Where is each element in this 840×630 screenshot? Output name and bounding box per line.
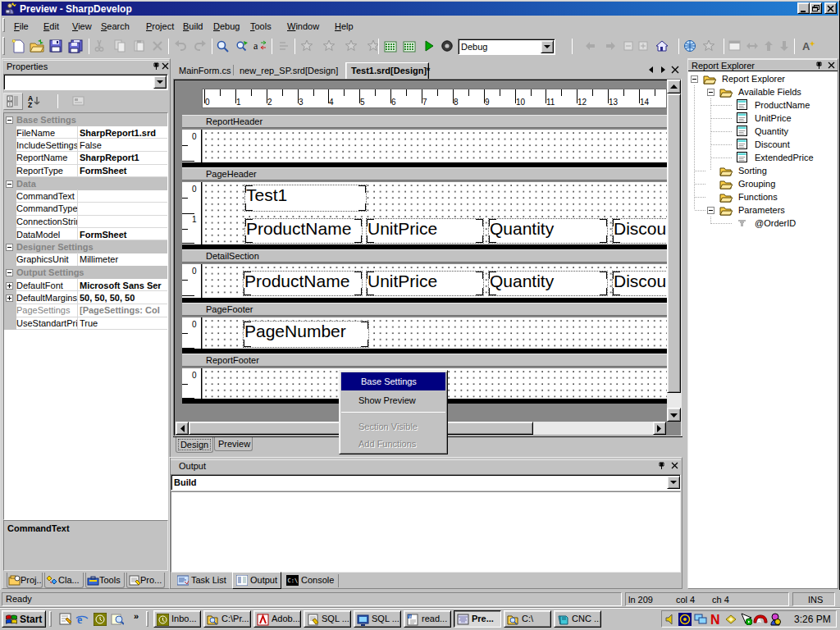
svg-text:A: A (802, 40, 810, 52)
svg-text:a: a (253, 40, 258, 52)
svg-text:A: A (757, 617, 762, 624)
svg-text:Z: Z (28, 101, 32, 108)
svg-text:N: N (710, 613, 720, 626)
svg-text:e: e (77, 614, 82, 626)
svg-text:C:\: C:\ (288, 578, 299, 584)
